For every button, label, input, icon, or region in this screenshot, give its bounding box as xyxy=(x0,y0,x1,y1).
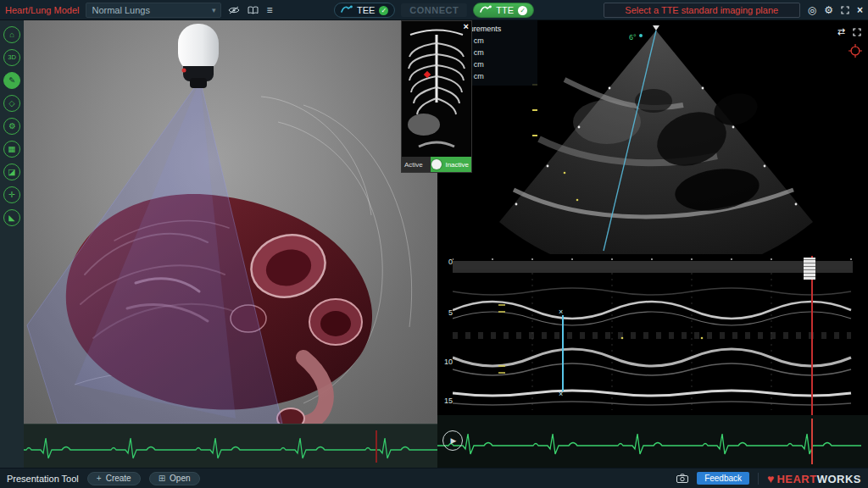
probe-active-toggle-bar: Active Inactive xyxy=(402,157,471,172)
topbar-tools: ≡ xyxy=(228,5,272,15)
mmode-live-cursor[interactable] xyxy=(811,256,813,415)
heart-model xyxy=(34,139,424,424)
create-button-label: Create xyxy=(106,474,131,483)
bottom-bar-right: Feedback ♥ HEARTWORKS xyxy=(676,471,861,486)
plane-angle-readout: 6° xyxy=(629,33,637,42)
play-icon: ▶ xyxy=(451,436,457,445)
3d-icon: 3D xyxy=(8,54,16,61)
mmode-trace xyxy=(453,258,853,413)
depth-scale-right: 0 5 10 15 xyxy=(853,256,866,415)
tee-check-icon: ✓ xyxy=(379,6,388,15)
imaging-plane-select[interactable]: Select a TTE standard imaging plane xyxy=(604,3,800,18)
top-bar: Heart/Lung Model Normal Lungs ▾ ≡ TEE ✓ … xyxy=(0,0,868,20)
cone-icon: ◣ xyxy=(8,214,14,222)
play-button[interactable]: ▶ xyxy=(442,430,463,451)
feedback-button[interactable]: Feedback xyxy=(697,472,749,485)
close-icon[interactable]: × xyxy=(857,5,863,15)
sidebar-item-home[interactable]: ⌂ xyxy=(3,26,20,43)
imaging-plane-select-value: Select a TTE standard imaging plane xyxy=(625,5,778,15)
mmode-caliper[interactable] xyxy=(562,315,564,391)
hand-icon: ✛ xyxy=(8,191,15,199)
create-button[interactable]: + Create xyxy=(87,472,141,485)
lungs-select[interactable]: Normal Lungs ▾ xyxy=(86,3,221,18)
probe-mode-group: TEE ✓ CONNECT TTE ✓ xyxy=(334,0,534,20)
sidebar-item-select[interactable]: ▦ xyxy=(3,141,20,158)
swap-view-icon[interactable]: ⇄ xyxy=(837,26,845,37)
presentation-tool-label: Presentation Tool xyxy=(7,474,79,484)
model-icon: ◇ xyxy=(8,99,14,108)
heart-logo-icon: ♥ xyxy=(767,472,774,485)
bottom-bar: Presentation Tool + Create ⊞ Open Feedba… xyxy=(0,468,868,488)
ribcage-panel: × Active Inactive xyxy=(401,20,472,173)
open-icon: ⊞ xyxy=(159,474,165,483)
brand-works-text: WORKS xyxy=(817,473,861,485)
tee-label: TEE xyxy=(357,5,375,15)
tool-sidebar: ⌂ 3D ✎ ◇ ⚙ ▦ ◪ ✛ ◣ xyxy=(0,20,24,468)
heartworks-logo: ♥ HEARTWORKS xyxy=(767,471,861,486)
sidebar-item-pan[interactable]: ✛ xyxy=(3,186,20,203)
connect-button[interactable]: CONNECT xyxy=(401,3,467,17)
tee-probe-icon xyxy=(341,5,353,15)
marquee-icon: ▦ xyxy=(8,145,16,153)
pencil-icon: ✎ xyxy=(8,76,15,85)
target-icon[interactable]: ◎ xyxy=(808,5,816,15)
sidebar-item-annotate[interactable]: ✎ xyxy=(3,72,20,89)
tee-button[interactable]: TEE ✓ xyxy=(334,3,395,18)
topbar-right: Select a TTE standard imaging plane ◎ ⚙ … xyxy=(604,3,863,18)
toggle-knob[interactable] xyxy=(431,159,442,169)
inactive-label: Inactive xyxy=(445,161,469,169)
active-toggle[interactable]: Inactive xyxy=(431,157,471,172)
sidebar-item-3d[interactable]: 3D xyxy=(3,49,20,66)
probe-target-icon[interactable] xyxy=(849,44,862,61)
brand-heart-text: HEART xyxy=(776,473,816,485)
open-button-label: Open xyxy=(170,474,190,483)
ecg-strip-left xyxy=(24,424,437,468)
tte-button[interactable]: TTE ✓ xyxy=(473,3,534,18)
tte-probe[interactable] xyxy=(166,22,234,93)
slice-icon: ◪ xyxy=(8,168,16,176)
tte-check-icon: ✓ xyxy=(518,6,527,15)
chevron-down-icon: ▾ xyxy=(212,6,216,14)
sidebar-item-slice[interactable]: ◪ xyxy=(3,164,20,180)
fullscreen-icon[interactable] xyxy=(841,6,849,14)
tte-probe-icon xyxy=(480,5,492,15)
ecg-cursor-right[interactable] xyxy=(811,419,813,464)
sidebar-item-model[interactable]: ◇ xyxy=(3,95,20,112)
visibility-toggle-icon[interactable] xyxy=(228,6,240,14)
depth-scale-left: 0 5 10 15 xyxy=(439,256,453,415)
sidebar-item-settings[interactable]: ⚙ xyxy=(3,118,20,135)
ultrasound-panel-controls: ⇄ xyxy=(837,26,861,37)
ultrasound-sector-view[interactable]: 6° ≡ Measurements + = 0.3 cm × = 0.9 cm … xyxy=(437,20,868,256)
heartworks-app: Heart/Lung Model Normal Lungs ▾ ≡ TEE ✓ … xyxy=(0,0,868,488)
lungs-select-value: Normal Lungs xyxy=(92,5,149,15)
fullscreen-icon[interactable] xyxy=(853,26,861,37)
plus-icon: + xyxy=(97,474,102,483)
open-button[interactable]: ⊞ Open xyxy=(149,472,200,485)
ecg-strip-right: ▶ xyxy=(437,415,868,468)
mmode-view[interactable]: 0 5 10 15 xyxy=(437,256,868,415)
ecg-cursor-left[interactable] xyxy=(376,430,377,463)
mmode-scrollbar[interactable] xyxy=(804,258,815,280)
menu-list-icon[interactable]: ≡ xyxy=(266,5,272,15)
ecg-trace-right xyxy=(437,415,868,468)
ribcage-model[interactable] xyxy=(402,21,471,157)
ultrasound-panel: 6° ≡ Measurements + = 0.3 cm × = 0.9 cm … xyxy=(437,20,868,468)
model-label: Heart/Lung Model xyxy=(5,5,79,15)
screenshot-camera-icon[interactable] xyxy=(676,474,688,483)
sidebar-item-cone[interactable]: ◣ xyxy=(3,209,20,226)
divider xyxy=(758,473,759,485)
home-icon: ⌂ xyxy=(9,30,14,39)
close-icon[interactable]: × xyxy=(464,22,469,31)
heart-3d-view[interactable]: ⇄ xyxy=(24,20,437,424)
gear-icon: ⚙ xyxy=(8,122,16,130)
active-label: Active xyxy=(402,161,426,169)
tte-label: TTE xyxy=(496,5,514,15)
gear-icon[interactable]: ⚙ xyxy=(824,5,833,15)
library-icon[interactable] xyxy=(248,6,259,14)
